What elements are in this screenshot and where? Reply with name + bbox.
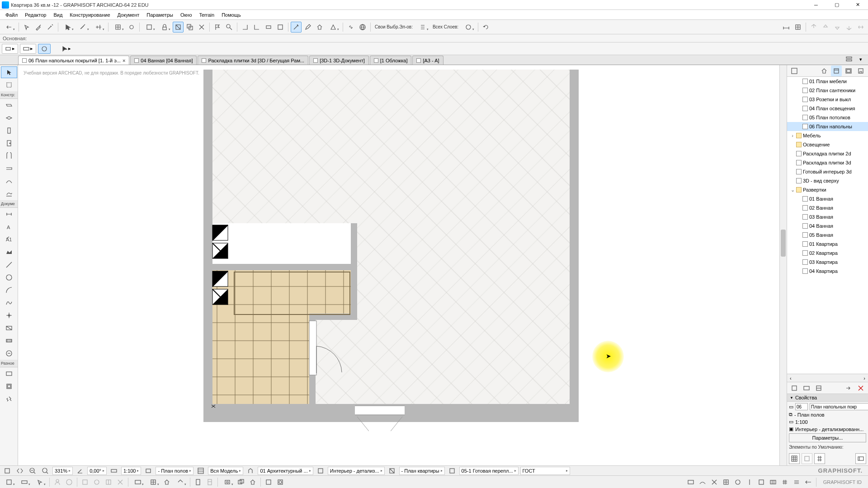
bb-r9[interactable] xyxy=(779,477,790,488)
sb-floor-icon[interactable] xyxy=(143,465,154,476)
arrow-tool[interactable] xyxy=(1,66,17,78)
bb-10[interactable] xyxy=(131,477,145,488)
circle-tool[interactable] xyxy=(1,272,17,283)
bb-16[interactable] xyxy=(220,477,235,488)
sb-arch-icon[interactable] xyxy=(245,465,256,476)
bb-r6[interactable] xyxy=(744,477,755,488)
tree-item-14[interactable]: 02 Ванная xyxy=(787,203,868,212)
window-tool[interactable] xyxy=(1,150,17,162)
tree-item-17[interactable]: 05 Ванная xyxy=(787,230,868,239)
menu-файл[interactable]: Файл xyxy=(2,11,21,19)
nav-btn-layout[interactable] xyxy=(843,66,854,76)
up2-button[interactable] xyxy=(820,22,831,33)
bb-18[interactable] xyxy=(247,477,258,488)
magic-button[interactable] xyxy=(291,22,302,33)
plan-segment[interactable]: - План квартиры▸ xyxy=(399,467,445,475)
tabs-more-button[interactable]: ▾ xyxy=(855,54,866,65)
slab-tool[interactable] xyxy=(1,112,17,124)
inter-segment[interactable]: Интерьер - детализ...▸ xyxy=(328,467,385,475)
reload-button[interactable] xyxy=(481,22,491,33)
default-btn-1[interactable] xyxy=(789,453,800,464)
dim1-button[interactable] xyxy=(781,22,792,33)
tree-item-11[interactable]: 3D - вид сверху xyxy=(787,176,868,185)
bb-4[interactable] xyxy=(52,477,63,488)
prop-id-field[interactable] xyxy=(795,403,808,410)
spline-tool[interactable] xyxy=(1,297,17,309)
navigator-tree[interactable]: 01 План мебели02 План сантехники03 Розет… xyxy=(787,77,868,374)
tab-5[interactable]: [A3 - A] xyxy=(412,56,443,65)
dim3-button[interactable] xyxy=(855,22,866,33)
sb-model-icon[interactable] xyxy=(195,465,206,476)
dn1-button[interactable] xyxy=(832,22,843,33)
tree-item-7[interactable]: Освещение xyxy=(787,140,868,149)
tree-item-12[interactable]: ⌄Развертки xyxy=(787,185,868,194)
sb-angle-icon[interactable] xyxy=(75,465,85,476)
arch-segment[interactable]: 01 Архитектурный ...▸ xyxy=(258,467,313,475)
bb-1[interactable] xyxy=(2,477,16,488)
bb-r1[interactable] xyxy=(685,477,696,488)
angle-segment[interactable]: 0,00°▸ xyxy=(87,467,107,475)
props-btn-del[interactable] xyxy=(855,383,866,394)
tree-item-20[interactable]: 03 Квартира xyxy=(787,258,868,267)
tree-item-19[interactable]: 02 Квартира xyxy=(787,249,868,258)
bb-r5[interactable] xyxy=(732,477,743,488)
bb-9[interactable] xyxy=(115,477,126,488)
stair-tool[interactable] xyxy=(1,393,17,405)
sb-inter-icon[interactable] xyxy=(315,465,326,476)
label-tool[interactable]: A1 xyxy=(1,234,17,245)
maximize-button[interactable]: ▢ xyxy=(826,0,847,10)
tree-item-1[interactable]: 02 План сантехники xyxy=(787,86,868,95)
floor-segment[interactable]: - План полов▸ xyxy=(156,467,193,475)
menu-редактор[interactable]: Редактор xyxy=(21,11,50,19)
object-tool[interactable] xyxy=(1,380,17,392)
bb-20[interactable] xyxy=(275,477,286,488)
dim2-button[interactable] xyxy=(793,22,803,33)
bb-17[interactable] xyxy=(236,477,246,488)
rect2-button[interactable] xyxy=(275,22,286,33)
bb-r8[interactable] xyxy=(768,477,778,488)
align-button[interactable] xyxy=(91,22,106,33)
gost-segment[interactable]: ГОСТ▸ xyxy=(520,467,570,475)
elevation-tool[interactable] xyxy=(1,347,17,359)
minimize-button[interactable]: ─ xyxy=(806,0,826,10)
layers-button[interactable] xyxy=(461,22,476,33)
sb-plan-icon[interactable] xyxy=(387,465,397,476)
measure-button[interactable] xyxy=(76,22,90,33)
props-btn-4[interactable] xyxy=(843,383,854,394)
beam-tool[interactable] xyxy=(1,163,17,174)
canvas[interactable]: Учебная версия ARCHICAD, не для продажи.… xyxy=(18,65,787,483)
corner1-button[interactable] xyxy=(240,22,250,33)
scale-segment[interactable]: 1:100▸ xyxy=(121,467,142,475)
corner2-button[interactable] xyxy=(251,22,262,33)
mesh-tool[interactable] xyxy=(1,368,17,380)
default-btn-3[interactable] xyxy=(814,453,825,464)
tree-item-5[interactable]: 06 План напольны xyxy=(787,122,868,131)
tree-item-18[interactable]: 01 Квартира xyxy=(787,239,868,249)
menu-окно[interactable]: Окно xyxy=(177,11,196,19)
line-tool[interactable] xyxy=(1,259,17,271)
tree-item-15[interactable]: 03 Ванная xyxy=(787,212,868,221)
globe-button[interactable] xyxy=(357,22,368,33)
menu-вид[interactable]: Вид xyxy=(50,11,66,19)
wall-tool[interactable] xyxy=(1,99,17,111)
bb-r10[interactable] xyxy=(791,477,802,488)
tree-item-10[interactable]: Готовый интерьер 3d xyxy=(787,167,868,176)
link-button[interactable] xyxy=(345,22,356,33)
tree-item-9[interactable]: Раскладка плитки 3d xyxy=(787,158,868,167)
tree-item-3[interactable]: 04 План освещения xyxy=(787,104,868,113)
close-button[interactable]: ✕ xyxy=(847,0,868,10)
eyedrop-button[interactable] xyxy=(33,22,44,33)
dn2-button[interactable] xyxy=(844,22,854,33)
fill-tool[interactable] xyxy=(1,246,17,258)
sb-nav-2[interactable] xyxy=(14,465,25,476)
tab-3[interactable]: [3D-1 3D-Документ] xyxy=(309,56,369,65)
tree-item-4[interactable]: 05 План потолков xyxy=(787,113,868,122)
menu-параметры[interactable]: Параметры xyxy=(143,11,177,19)
bb-2[interactable] xyxy=(17,477,32,488)
dim-tool[interactable] xyxy=(1,208,17,220)
sb-scale-icon[interactable] xyxy=(108,465,119,476)
bb-r2[interactable] xyxy=(697,477,708,488)
bb-r11[interactable] xyxy=(803,477,814,488)
tree-item-16[interactable]: 04 Ванная xyxy=(787,221,868,230)
sb-zoom-fit[interactable] xyxy=(40,465,51,476)
